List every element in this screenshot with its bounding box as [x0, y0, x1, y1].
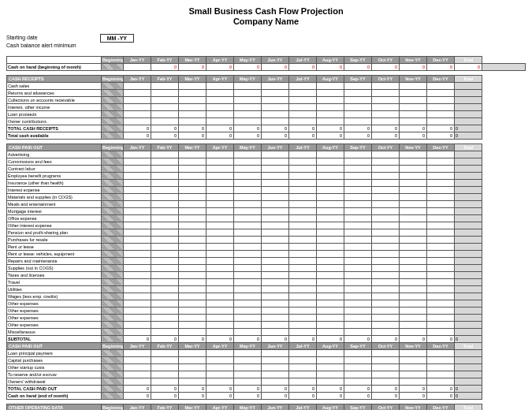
doc-subtitle: Company Name [6, 17, 526, 26]
col-month-10: Nov-YY [400, 56, 427, 63]
receipts-row-1: Returns and allowances [7, 89, 102, 96]
section-other: OTHER OPERATING DATA [7, 404, 102, 410]
paidout2-row-0: Loan principal payment [7, 349, 102, 356]
paidout2-row-2: Other startup costs [7, 363, 102, 371]
paidout-row-8: Mortgage interest [7, 207, 102, 214]
paidout-row-10: Other interest expense [7, 222, 102, 229]
col-month-8: Sep-YY [344, 56, 372, 63]
col-month-2: Mar-YY [179, 56, 206, 63]
paidout-row-5: Interest expense [7, 186, 102, 193]
col-month-4: May-YY [234, 56, 262, 63]
paidout-row-1: Commissions and fees [7, 158, 102, 165]
receipts-row-0: Cash sales [7, 82, 102, 89]
section-header [7, 56, 102, 63]
paidout-row-16: Supplies (not in COGS) [7, 264, 102, 271]
row-total-receipts: TOTAL CASH RECEIPTS [7, 125, 102, 132]
paidout-row-4: Insurance (other than health) [7, 179, 102, 186]
col-month-1: Feb-YY [151, 56, 179, 63]
paidout-row-11: Pension and profit-sharing plan [7, 229, 102, 236]
paidout-row-13: Rent or lease [7, 243, 102, 250]
paidout-row-2: Contract labor [7, 165, 102, 172]
paidout-row-14: Rent or lease: vehicles, equipment [7, 250, 102, 257]
receipts-row-3: Interest, other income [7, 103, 102, 110]
paidout-row-3: Employee benefit programs [7, 172, 102, 179]
paidout-row-19: Utilities [7, 285, 102, 293]
paidout-row-23: Other expenses [7, 314, 102, 321]
cashflow-table: BeginningJan-YYFeb-YYMar-YYApr-YYMay-YYJ… [6, 56, 526, 410]
col-month-6: Jul-YY [289, 56, 317, 63]
paidout2-row-1: Capital purchases [7, 356, 102, 363]
col-month-5: Jun-YY [262, 56, 289, 63]
receipts-row-4: Loan proceeds [7, 110, 102, 117]
receipts-row-5: Owner contributions [7, 117, 102, 125]
section-paidout: CASH PAID OUT [7, 144, 102, 151]
paidout-row-6: Materials and supplies (in COGS) [7, 193, 102, 200]
col-month-0: Jan-YY [124, 56, 151, 63]
row-cash-begin: Cash on hand (beginning of month) [7, 63, 102, 70]
doc-title: Small Business Cash Flow Projection [6, 6, 526, 16]
section-receipts: CASH RECEIPTS [7, 75, 102, 82]
paidout-row-24: Other expenses [7, 321, 102, 328]
row-cash-end: Cash on hand (end of month) [7, 392, 102, 399]
paidout-row-12: Purchases for resale [7, 236, 102, 243]
paidout-row-25: Miscellaneous [7, 328, 102, 335]
paidout-row-20: Wages (less emp. credits) [7, 293, 102, 300]
section-paidout2: CASH PAID OUT [7, 342, 102, 349]
row-total-paidout: TOTAL CASH PAID OUT [7, 385, 102, 392]
paidout2-row-3: To reserve and/or escrow [7, 371, 102, 378]
col-total: Total [455, 56, 482, 63]
paidout-row-17: Taxes and licenses [7, 271, 102, 278]
paidout-row-9: Office expense [7, 214, 102, 222]
paidout-row-15: Repairs and maintenance [7, 257, 102, 264]
paidout-row-21: Other expenses [7, 300, 102, 307]
paidout-row-22: Other expenses [7, 307, 102, 314]
col-month-9: Oct-YY [372, 56, 400, 63]
paidout2-row-4: Owners' withdrawal [7, 378, 102, 385]
meta-block: Starting date Cash balance alert minimum… [6, 34, 526, 50]
receipts-row-2: Collections on accounts receivable [7, 96, 102, 103]
col-month-3: Apr-YY [206, 56, 234, 63]
paidout-row-18: Travel [7, 278, 102, 285]
col-month-7: Aug-YY [317, 56, 344, 63]
starting-date-input[interactable]: MM -YY [100, 34, 134, 43]
col-month-11: Dec-YY [427, 56, 455, 63]
paidout-row-7: Meals and entertainment [7, 200, 102, 207]
alert-min-label: Cash balance alert minimum [6, 42, 76, 50]
row-cash-available: Total cash available [7, 132, 102, 139]
row-subtotal: SUBTOTAL [7, 335, 102, 342]
col-beginning: Beginning [102, 56, 124, 63]
paidout-row-0: Advertising [7, 151, 102, 158]
starting-date-label: Starting date [6, 34, 76, 42]
